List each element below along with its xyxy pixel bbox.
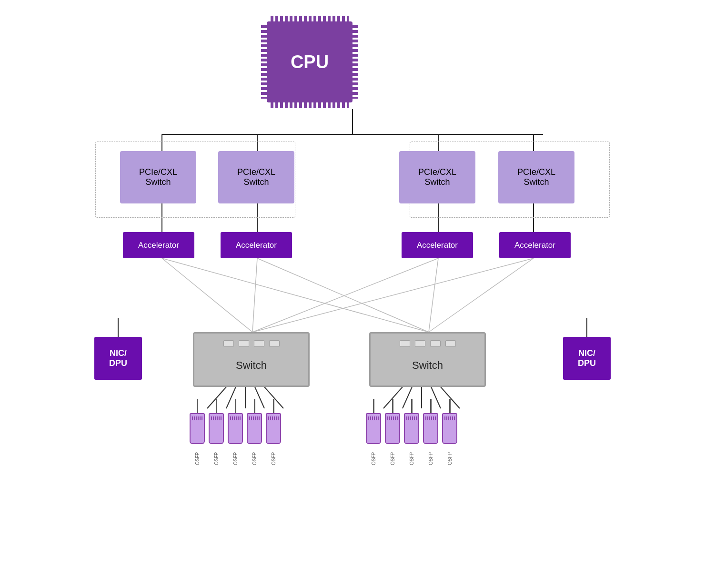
switch-2-port-4 bbox=[445, 340, 456, 347]
osfp-1-3-body bbox=[228, 413, 243, 444]
pcie-switch-4-label: PCIe/CXLSwitch bbox=[517, 167, 555, 187]
accelerator-4: Accelerator bbox=[499, 232, 571, 258]
cpu-pins-right bbox=[352, 25, 358, 99]
cpu-pins-left bbox=[261, 25, 267, 99]
pcie-switch-2: PCIe/CXLSwitch bbox=[218, 151, 294, 203]
osfp-1-1-body bbox=[190, 413, 205, 444]
osfp-2-5: OSFP bbox=[442, 399, 457, 465]
accelerator-3: Accelerator bbox=[402, 232, 473, 258]
nic-dpu-left: NIC/DPU bbox=[94, 337, 142, 380]
osfp-2-5-stem bbox=[449, 399, 451, 413]
osfp-1-3-label: OSFP bbox=[233, 446, 238, 465]
osfp-1-2-stem bbox=[216, 399, 217, 413]
osfp-2-4-label: OSFP bbox=[428, 446, 433, 465]
switch-1-port-1 bbox=[223, 340, 234, 347]
osfp-2-1-label: OSFP bbox=[371, 446, 376, 465]
switch-1-label: Switch bbox=[236, 359, 267, 372]
cpu-label: CPU bbox=[291, 52, 329, 72]
osfp-group-2: OSFP OSFP OSFP OSFP OSFP bbox=[366, 399, 457, 465]
osfp-1-4-stem bbox=[254, 399, 255, 413]
osfp-2-4-body bbox=[423, 413, 438, 444]
osfp-1-5-body bbox=[266, 413, 281, 444]
nic-dpu-right: NIC/DPU bbox=[563, 337, 611, 380]
osfp-1-4-label: OSFP bbox=[252, 446, 257, 465]
pcie-switch-1: PCIe/CXLSwitch bbox=[120, 151, 196, 203]
accelerator-2: Accelerator bbox=[221, 232, 292, 258]
osfp-1-2-body bbox=[209, 413, 224, 444]
pcie-switch-1-label: PCIe/CXLSwitch bbox=[139, 167, 177, 187]
pcie-switch-4: PCIe/CXLSwitch bbox=[498, 151, 574, 203]
osfp-1-5-label: OSFP bbox=[271, 446, 276, 465]
osfp-2-2-stem bbox=[392, 399, 393, 413]
pcie-switch-3-label: PCIe/CXLSwitch bbox=[418, 167, 456, 187]
osfp-2-3-body bbox=[404, 413, 419, 444]
svg-line-17 bbox=[429, 258, 534, 332]
osfp-2-1: OSFP bbox=[366, 399, 381, 465]
cpu-node: CPU bbox=[267, 21, 352, 102]
osfp-2-3-label: OSFP bbox=[409, 446, 414, 465]
accelerator-4-label: Accelerator bbox=[514, 241, 555, 250]
accelerator-3-label: Accelerator bbox=[417, 241, 458, 250]
network-diagram: CPU PCIe/CXLSwitch PCIe/CXLSwitch PCIe/C… bbox=[67, 13, 638, 575]
osfp-group-1: OSFP OSFP OSFP OSFP OSFP bbox=[190, 399, 281, 465]
osfp-1-3: OSFP bbox=[228, 399, 243, 465]
osfp-1-5: OSFP bbox=[266, 399, 281, 465]
osfp-2-5-label: OSFP bbox=[447, 446, 453, 465]
osfp-2-2: OSFP bbox=[385, 399, 400, 465]
osfp-2-2-label: OSFP bbox=[390, 446, 395, 465]
switch-2-label: Switch bbox=[412, 359, 443, 372]
osfp-2-5-body bbox=[442, 413, 457, 444]
svg-line-14 bbox=[252, 258, 438, 332]
accelerator-2-label: Accelerator bbox=[236, 241, 277, 250]
switch-1-port-3 bbox=[254, 340, 264, 347]
accelerator-1: Accelerator bbox=[123, 232, 194, 258]
osfp-1-2: OSFP bbox=[209, 399, 224, 465]
osfp-1-4: OSFP bbox=[247, 399, 262, 465]
switch-1-port-2 bbox=[239, 340, 249, 347]
osfp-2-4-stem bbox=[430, 399, 432, 413]
osfp-1-5-stem bbox=[273, 399, 274, 413]
switch-2-port-2 bbox=[415, 340, 425, 347]
osfp-2-2-body bbox=[385, 413, 400, 444]
switch-2-port-1 bbox=[400, 340, 410, 347]
osfp-2-1-body bbox=[366, 413, 381, 444]
pcie-switch-3: PCIe/CXLSwitch bbox=[399, 151, 475, 203]
switch-1-ports bbox=[223, 340, 280, 347]
switch-box-1: Switch bbox=[193, 332, 310, 387]
svg-line-16 bbox=[252, 258, 534, 332]
osfp-1-4-body bbox=[247, 413, 262, 444]
osfp-2-3: OSFP bbox=[404, 399, 419, 465]
switch-1-port-4 bbox=[269, 340, 280, 347]
accelerator-1-label: Accelerator bbox=[138, 241, 179, 250]
svg-line-15 bbox=[429, 258, 438, 332]
switch-2-ports bbox=[400, 340, 456, 347]
nic-dpu-right-label: NIC/DPU bbox=[578, 348, 596, 368]
pcie-switch-2-label: PCIe/CXLSwitch bbox=[237, 167, 275, 187]
osfp-1-2-label: OSFP bbox=[214, 446, 219, 465]
osfp-1-1-label: OSFP bbox=[195, 446, 200, 465]
svg-line-10 bbox=[162, 258, 252, 332]
osfp-1-3-stem bbox=[235, 399, 236, 413]
osfp-2-4: OSFP bbox=[423, 399, 438, 465]
switch-2-port-3 bbox=[430, 340, 441, 347]
svg-line-13 bbox=[257, 258, 429, 332]
switch-box-2: Switch bbox=[369, 332, 486, 387]
osfp-2-1-stem bbox=[373, 399, 374, 413]
nic-dpu-left-label: NIC/DPU bbox=[109, 348, 127, 368]
osfp-1-1: OSFP bbox=[190, 399, 205, 465]
svg-line-11 bbox=[162, 258, 429, 332]
osfp-2-3-stem bbox=[411, 399, 413, 413]
svg-line-12 bbox=[252, 258, 257, 332]
osfp-1-1-stem bbox=[197, 399, 198, 413]
